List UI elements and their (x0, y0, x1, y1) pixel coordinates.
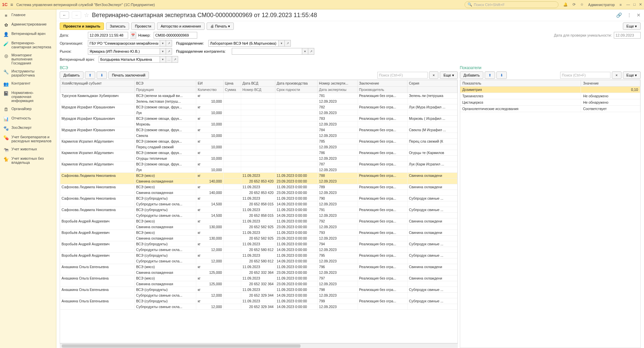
move-down-button[interactable]: ⬇ (496, 71, 507, 79)
dropdown-icon[interactable]: ▾ (160, 40, 166, 47)
minimize-icon[interactable]: — (626, 2, 630, 7)
history-icon[interactable]: ⟳ (573, 2, 576, 7)
sidebar-label: Главное (11, 13, 25, 17)
indicators-table[interactable]: ПоказательЗначениеДозиметрия0,10Трихинел… (460, 80, 640, 112)
sidebar-item[interactable]: 👥Контрагент (0, 79, 56, 89)
org-field[interactable] (88, 40, 160, 47)
sidebar-item[interactable]: ◎Мониторинг выполнения Госзадания (0, 51, 56, 67)
open-icon[interactable]: ↗ (285, 40, 291, 47)
table-row[interactable]: Мурадов Исрафил ЮрашановичВСЭ (свежие ов… (60, 104, 458, 110)
global-search[interactable]: 🔍 Поиск Ctrl+Shift+F (465, 1, 558, 8)
table-row[interactable]: Сафонова Людмила НиколаевнаВСЭ (мясо)кг1… (60, 184, 458, 190)
number-field[interactable] (154, 32, 197, 39)
forward-button[interactable]: → (72, 11, 81, 19)
sidebar-item[interactable]: ≡Главное (0, 11, 56, 20)
link-icon[interactable]: 🔗 (616, 12, 622, 18)
sidebar-label: Органайзер (11, 107, 32, 111)
table-row[interactable]: Турсунов Камильджан ХубияровичВСЭ (зелен… (60, 93, 458, 99)
back-button[interactable]: ← (60, 11, 69, 19)
table-row[interactable]: Анашкина Ольга ЕвгеньевнаВСЭ (мясо)кг11.… (60, 264, 458, 270)
open-icon[interactable]: ↗ (308, 48, 314, 55)
dept-field[interactable] (208, 40, 279, 47)
more-indicator-button[interactable]: Еще ▾ (623, 71, 641, 79)
table-row[interactable]: ЦистицеркозНе обнаружено (460, 99, 640, 106)
open-icon[interactable]: ↗ (166, 48, 172, 55)
sidebar-item[interactable]: 🗓Органайзер (0, 105, 56, 114)
indicator-search[interactable]: Поиск (Ctrl+F) (560, 72, 610, 79)
sidebar-label: Инструменты разработчика (11, 69, 53, 77)
post-button[interactable]: Провести (131, 22, 155, 30)
close-tab-icon[interactable]: ✕ (637, 12, 641, 18)
date-picker-icon[interactable]: 📅 (130, 32, 136, 39)
clear-search-icon[interactable]: × (429, 71, 438, 79)
favorite-icon[interactable]: ☆ (84, 11, 89, 19)
table-row[interactable]: Мурадов Исрафил ЮрашановичВСЭ (свежие ов… (60, 127, 458, 133)
sidebar-item[interactable]: ✿Администрирование (0, 20, 56, 30)
vse-search[interactable]: Поиск (Ctrl+F) (377, 72, 428, 79)
sidebar-item[interactable]: 🐄Учет животных (0, 145, 56, 154)
open-icon[interactable]: ↗ (172, 56, 178, 63)
table-row[interactable]: Кармилов Исрапил АбдулаевичВСЭ (свежие о… (60, 139, 458, 144)
sidebar-item[interactable]: 🐾ЗооЭксперт (0, 123, 56, 133)
close-icon[interactable]: ✕ (639, 2, 642, 7)
dropdown-icon[interactable]: ▾ (160, 56, 166, 63)
authorship-button[interactable]: Авторство и изменения (157, 22, 205, 30)
user-name[interactable]: Администратор (588, 3, 615, 7)
dropdown-icon[interactable]: ▾ (302, 48, 308, 55)
date-field[interactable] (88, 32, 128, 39)
vse-table[interactable]: Хозяйствующий субъектВСЭЕИЦенаДата ВСДДа… (60, 80, 458, 310)
add-vse-button[interactable]: Добавить (60, 71, 84, 79)
print-button[interactable]: 🖨 Печать ▾ (207, 22, 234, 30)
market-field[interactable] (88, 48, 160, 55)
more-button[interactable]: Еще ▾ (623, 22, 641, 30)
table-row[interactable]: Воробьёв Андрей АндреевичВСЭ (субпродукт… (60, 253, 458, 258)
table-row[interactable]: Сафонова Людмила НиколаевнаВСЭ (субпроду… (60, 196, 458, 201)
table-row[interactable]: ТрихинеллезНе обнаружено (460, 93, 640, 99)
move-down-button[interactable]: ⬇ (97, 71, 107, 79)
table-row[interactable]: Мурадов Исрафил ЮрашановичВСЭ (свежие ов… (60, 116, 458, 121)
table-row[interactable]: Анашкина Ольга ЕвгеньевнаВСЭ (мясо)кг11.… (60, 276, 458, 281)
print-conclusions-button[interactable]: Печать заключений (108, 71, 149, 79)
table-row[interactable]: Воробьёв Андрей АндреевичВСЭ (мясо)кг11.… (60, 230, 458, 236)
sidebar-item[interactable]: 🐈Учет животных без владельца (0, 154, 56, 166)
write-button[interactable]: Записать (106, 22, 129, 30)
star-icon[interactable]: ☆ (580, 2, 584, 7)
vet-field[interactable] (99, 56, 160, 63)
dept-label: Подразделение: (176, 41, 206, 45)
user-menu-icon[interactable]: ≡ (620, 3, 622, 7)
sidebar-item[interactable]: 💊Учет биопрепаратов и расходных материал… (0, 133, 56, 145)
dropdown-icon[interactable]: ▾ (279, 40, 285, 47)
sidebar-item[interactable]: 🧪Ветеринарно-санитарная экспертиза (0, 39, 56, 51)
more-vse-button[interactable]: Еще ▾ (440, 71, 458, 79)
move-up-button[interactable]: ⬆ (485, 71, 495, 79)
contractor-dept-field[interactable] (232, 48, 302, 55)
table-row[interactable]: Дозиметрия0,10 (460, 87, 640, 93)
table-row[interactable]: Кармилов Исрапил АбдулаевичВСЭ (свежие о… (60, 161, 458, 167)
table-row[interactable]: Воробьёв Андрей АндреевичВСЭ (субпродукт… (60, 241, 458, 247)
sidebar-item[interactable]: 🔧Инструменты разработчика (0, 67, 56, 79)
sidebar-item[interactable]: 👤Ветеринарный врач (0, 30, 56, 39)
table-row[interactable]: Воробьёв Андрей АндреевичВСЭ (мясо)кг11.… (60, 218, 458, 224)
table-row[interactable]: Анашкина Ольга ЕвгеньевнаВСЭ (субпродукт… (60, 287, 458, 293)
table-row[interactable]: Органолептические исследованияСоответств… (460, 106, 640, 112)
search-icon: 🔍 (468, 2, 472, 7)
open-icon[interactable]: ↗ (166, 40, 172, 47)
horizontal-scrollbar[interactable] (60, 343, 458, 348)
table-row[interactable]: Кармилов Исрапил АбдулаевичВСЭ (свежие о… (60, 150, 458, 156)
clear-search-icon[interactable]: × (612, 71, 621, 79)
sidebar-item[interactable]: 📊Отчетность (0, 114, 56, 123)
bell-icon[interactable]: 🔔 (563, 2, 568, 7)
table-row[interactable]: Анашкина Ольга ЕвгеньевнаВСЭ (субпродукт… (60, 298, 458, 304)
table-row[interactable]: Сафонова Людмила НиколаевнаВСЭ (субпроду… (60, 207, 458, 213)
move-up-button[interactable]: ⬆ (85, 71, 95, 79)
burger-icon[interactable]: ≡ (10, 2, 13, 7)
table-row[interactable]: Сафонова Людмила НиколаевнаВСЭ (мясо)кг1… (60, 173, 458, 179)
maximize-icon[interactable]: □ (633, 2, 636, 7)
add-indicator-button[interactable]: Добавить (460, 71, 484, 79)
post-close-button[interactable]: Провести и закрыть (60, 22, 104, 30)
dropdown-icon[interactable]: ▾ (160, 48, 166, 55)
kebab-icon[interactable]: ⋮ (627, 12, 632, 18)
sidebar-item[interactable]: 📓Нормативно-справочная информация (0, 89, 56, 105)
ellipsis-icon[interactable]: … (166, 56, 172, 63)
sidebar-icon: 🐈 (3, 156, 9, 162)
